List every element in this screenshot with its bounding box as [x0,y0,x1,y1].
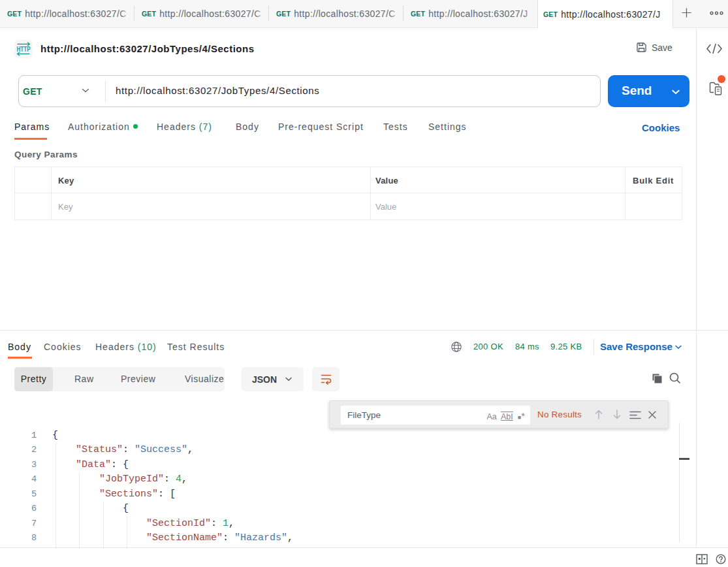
svg-text:HTTP: HTTP [17,46,31,53]
